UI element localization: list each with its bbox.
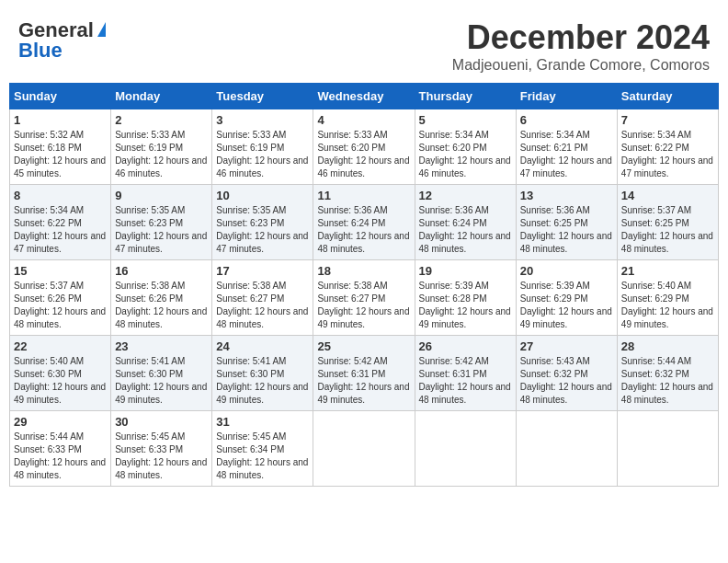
calendar-cell: 3Sunrise: 5:33 AMSunset: 6:19 PMDaylight… bbox=[212, 109, 313, 185]
calendar-week-4: 22Sunrise: 5:40 AMSunset: 6:30 PMDayligh… bbox=[10, 336, 719, 411]
day-number: 19 bbox=[419, 264, 512, 278]
calendar-header-thursday: Thursday bbox=[415, 84, 516, 109]
calendar-cell: 27Sunrise: 5:43 AMSunset: 6:32 PMDayligh… bbox=[516, 336, 617, 411]
day-number: 27 bbox=[520, 339, 613, 353]
day-info: Sunrise: 5:40 AMSunset: 6:29 PMDaylight:… bbox=[621, 281, 713, 329]
day-number: 14 bbox=[621, 189, 714, 202]
calendar-cell: 20Sunrise: 5:39 AMSunset: 6:29 PMDayligh… bbox=[516, 260, 617, 336]
calendar-cell: 13Sunrise: 5:36 AMSunset: 6:25 PMDayligh… bbox=[516, 185, 617, 260]
day-number: 6 bbox=[520, 113, 613, 127]
calendar-cell: 26Sunrise: 5:42 AMSunset: 6:31 PMDayligh… bbox=[415, 336, 516, 411]
day-info: Sunrise: 5:45 AMSunset: 6:34 PMDaylight:… bbox=[216, 431, 308, 480]
calendar-cell: 31Sunrise: 5:45 AMSunset: 6:34 PMDayligh… bbox=[212, 411, 313, 487]
calendar-cell: 21Sunrise: 5:40 AMSunset: 6:29 PMDayligh… bbox=[617, 260, 718, 336]
calendar-cell: 15Sunrise: 5:37 AMSunset: 6:26 PMDayligh… bbox=[10, 260, 111, 336]
day-number: 2 bbox=[115, 113, 208, 127]
day-number: 15 bbox=[14, 264, 107, 278]
day-number: 5 bbox=[419, 113, 512, 127]
day-info: Sunrise: 5:34 AMSunset: 6:22 PMDaylight:… bbox=[14, 205, 106, 254]
day-number: 9 bbox=[115, 189, 208, 202]
day-number: 11 bbox=[317, 189, 410, 202]
calendar-cell: 14Sunrise: 5:37 AMSunset: 6:25 PMDayligh… bbox=[617, 185, 718, 260]
day-number: 16 bbox=[115, 264, 208, 278]
calendar-week-1: 1Sunrise: 5:32 AMSunset: 6:18 PMDaylight… bbox=[10, 109, 719, 185]
day-info: Sunrise: 5:42 AMSunset: 6:31 PMDaylight:… bbox=[419, 356, 511, 405]
calendar-cell: 11Sunrise: 5:36 AMSunset: 6:24 PMDayligh… bbox=[313, 185, 415, 260]
calendar-cell: 9Sunrise: 5:35 AMSunset: 6:23 PMDaylight… bbox=[111, 185, 212, 260]
calendar-cell: 5Sunrise: 5:34 AMSunset: 6:20 PMDaylight… bbox=[415, 109, 516, 185]
calendar-week-5: 29Sunrise: 5:44 AMSunset: 6:33 PMDayligh… bbox=[10, 411, 719, 487]
calendar-header-tuesday: Tuesday bbox=[212, 84, 313, 109]
day-number: 24 bbox=[216, 339, 309, 353]
calendar-cell: 12Sunrise: 5:36 AMSunset: 6:24 PMDayligh… bbox=[415, 185, 516, 260]
day-info: Sunrise: 5:40 AMSunset: 6:30 PMDaylight:… bbox=[14, 356, 106, 405]
calendar-cell bbox=[516, 411, 617, 487]
day-info: Sunrise: 5:37 AMSunset: 6:25 PMDaylight:… bbox=[621, 205, 713, 254]
day-number: 30 bbox=[115, 415, 208, 429]
logo-text-blue: Blue bbox=[18, 39, 63, 63]
day-info: Sunrise: 5:33 AMSunset: 6:19 PMDaylight:… bbox=[115, 130, 207, 178]
day-number: 29 bbox=[14, 415, 107, 429]
day-info: Sunrise: 5:36 AMSunset: 6:24 PMDaylight:… bbox=[317, 205, 409, 254]
day-info: Sunrise: 5:35 AMSunset: 6:23 PMDaylight:… bbox=[115, 205, 207, 254]
calendar-cell bbox=[313, 411, 415, 487]
calendar-cell: 19Sunrise: 5:39 AMSunset: 6:28 PMDayligh… bbox=[415, 260, 516, 336]
day-number: 13 bbox=[520, 189, 613, 202]
calendar-header-monday: Monday bbox=[111, 84, 212, 109]
page-title: December 2024 bbox=[452, 18, 710, 57]
logo-triangle-icon bbox=[97, 22, 106, 37]
day-number: 8 bbox=[14, 189, 107, 202]
calendar-week-2: 8Sunrise: 5:34 AMSunset: 6:22 PMDaylight… bbox=[10, 185, 719, 260]
day-number: 18 bbox=[317, 264, 410, 278]
calendar-cell: 8Sunrise: 5:34 AMSunset: 6:22 PMDaylight… bbox=[10, 185, 111, 260]
title-block: December 2024 Madjeoueni, Grande Comore,… bbox=[452, 18, 710, 74]
day-info: Sunrise: 5:45 AMSunset: 6:33 PMDaylight:… bbox=[115, 431, 207, 480]
day-number: 28 bbox=[621, 339, 714, 353]
day-info: Sunrise: 5:41 AMSunset: 6:30 PMDaylight:… bbox=[115, 356, 207, 405]
calendar-header-saturday: Saturday bbox=[617, 84, 718, 109]
day-number: 3 bbox=[216, 113, 309, 127]
calendar-cell: 6Sunrise: 5:34 AMSunset: 6:21 PMDaylight… bbox=[516, 109, 617, 185]
day-info: Sunrise: 5:35 AMSunset: 6:23 PMDaylight:… bbox=[216, 205, 308, 254]
day-info: Sunrise: 5:38 AMSunset: 6:27 PMDaylight:… bbox=[216, 281, 308, 329]
day-number: 10 bbox=[216, 189, 309, 202]
day-number: 7 bbox=[621, 113, 714, 127]
calendar-cell: 7Sunrise: 5:34 AMSunset: 6:22 PMDaylight… bbox=[617, 109, 718, 185]
calendar-cell bbox=[415, 411, 516, 487]
calendar-cell: 29Sunrise: 5:44 AMSunset: 6:33 PMDayligh… bbox=[10, 411, 111, 487]
day-number: 26 bbox=[419, 339, 512, 353]
calendar-cell: 23Sunrise: 5:41 AMSunset: 6:30 PMDayligh… bbox=[111, 336, 212, 411]
calendar-cell: 2Sunrise: 5:33 AMSunset: 6:19 PMDaylight… bbox=[111, 109, 212, 185]
day-info: Sunrise: 5:34 AMSunset: 6:22 PMDaylight:… bbox=[621, 130, 713, 178]
calendar-cell: 18Sunrise: 5:38 AMSunset: 6:27 PMDayligh… bbox=[313, 260, 415, 336]
day-number: 20 bbox=[520, 264, 613, 278]
day-info: Sunrise: 5:36 AMSunset: 6:25 PMDaylight:… bbox=[520, 205, 612, 254]
logo: General Blue bbox=[18, 18, 106, 63]
day-info: Sunrise: 5:41 AMSunset: 6:30 PMDaylight:… bbox=[216, 356, 308, 405]
day-info: Sunrise: 5:39 AMSunset: 6:28 PMDaylight:… bbox=[419, 281, 511, 329]
calendar-cell: 4Sunrise: 5:33 AMSunset: 6:20 PMDaylight… bbox=[313, 109, 415, 185]
day-info: Sunrise: 5:38 AMSunset: 6:26 PMDaylight:… bbox=[115, 281, 207, 329]
calendar-cell: 28Sunrise: 5:44 AMSunset: 6:32 PMDayligh… bbox=[617, 336, 718, 411]
day-info: Sunrise: 5:34 AMSunset: 6:20 PMDaylight:… bbox=[419, 130, 511, 178]
day-number: 21 bbox=[621, 264, 714, 278]
day-number: 22 bbox=[14, 339, 107, 353]
calendar-cell bbox=[617, 411, 718, 487]
day-number: 23 bbox=[115, 339, 208, 353]
calendar-week-3: 15Sunrise: 5:37 AMSunset: 6:26 PMDayligh… bbox=[10, 260, 719, 336]
day-info: Sunrise: 5:44 AMSunset: 6:33 PMDaylight:… bbox=[14, 431, 106, 480]
day-info: Sunrise: 5:42 AMSunset: 6:31 PMDaylight:… bbox=[317, 356, 409, 405]
day-number: 17 bbox=[216, 264, 309, 278]
day-info: Sunrise: 5:36 AMSunset: 6:24 PMDaylight:… bbox=[419, 205, 511, 254]
calendar-header-row: SundayMondayTuesdayWednesdayThursdayFrid… bbox=[10, 84, 719, 109]
calendar-cell: 16Sunrise: 5:38 AMSunset: 6:26 PMDayligh… bbox=[111, 260, 212, 336]
day-info: Sunrise: 5:39 AMSunset: 6:29 PMDaylight:… bbox=[520, 281, 612, 329]
calendar-header-wednesday: Wednesday bbox=[313, 84, 415, 109]
day-info: Sunrise: 5:37 AMSunset: 6:26 PMDaylight:… bbox=[14, 281, 106, 329]
calendar-header-friday: Friday bbox=[516, 84, 617, 109]
calendar-cell: 24Sunrise: 5:41 AMSunset: 6:30 PMDayligh… bbox=[212, 336, 313, 411]
calendar-cell: 25Sunrise: 5:42 AMSunset: 6:31 PMDayligh… bbox=[313, 336, 415, 411]
page-subtitle: Madjeoueni, Grande Comore, Comoros bbox=[452, 57, 710, 74]
calendar-cell: 30Sunrise: 5:45 AMSunset: 6:33 PMDayligh… bbox=[111, 411, 212, 487]
day-info: Sunrise: 5:32 AMSunset: 6:18 PMDaylight:… bbox=[14, 130, 106, 178]
